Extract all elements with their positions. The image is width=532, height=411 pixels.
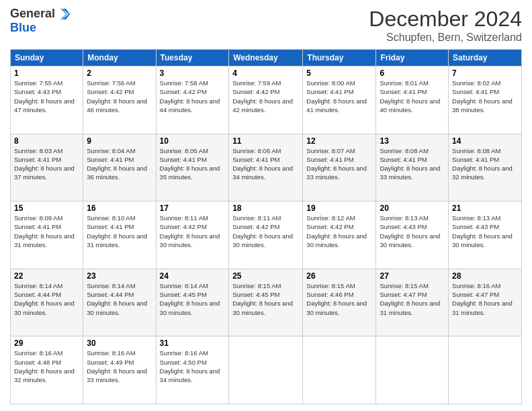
day-info: Sunrise: 7:55 AMSunset: 4:43 PMDaylight:… [14,79,79,114]
table-row: 15 Sunrise: 8:09 AMSunset: 4:41 PMDaylig… [11,201,83,269]
day-number: 3 [160,68,226,78]
table-row [303,336,376,404]
day-number: 19 [306,203,372,213]
table-row: 25 Sunrise: 8:15 AMSunset: 4:45 PMDaylig… [229,269,303,336]
col-friday: Friday [376,50,449,66]
day-info: Sunrise: 8:16 AMSunset: 4:49 PMDaylight:… [87,349,152,384]
col-saturday: Saturday [449,50,522,66]
day-number: 24 [160,271,226,281]
table-row: 2 Sunrise: 7:56 AMSunset: 4:42 PMDayligh… [83,66,156,134]
day-number: 7 [452,68,518,78]
day-number: 8 [14,136,79,146]
location-subtitle: Schupfen, Bern, Switzerland [369,32,522,44]
table-row: 20 Sunrise: 8:13 AMSunset: 4:43 PMDaylig… [376,201,449,269]
table-row [376,336,449,404]
table-row: 21 Sunrise: 8:13 AMSunset: 4:43 PMDaylig… [449,201,522,269]
calendar-week-row: 29 Sunrise: 8:16 AMSunset: 4:48 PMDaylig… [11,336,522,404]
table-row: 6 Sunrise: 8:01 AMSunset: 4:41 PMDayligh… [376,66,449,134]
day-info: Sunrise: 8:15 AMSunset: 4:45 PMDaylight:… [232,281,299,317]
day-number: 20 [380,203,445,213]
day-number: 22 [14,271,79,281]
day-number: 28 [452,271,518,281]
day-info: Sunrise: 8:06 AMSunset: 4:41 PMDaylight:… [232,146,299,182]
day-info: Sunrise: 8:09 AMSunset: 4:41 PMDaylight:… [14,214,79,249]
day-number: 9 [87,136,152,146]
day-number: 1 [14,68,79,78]
table-row: 28 Sunrise: 8:16 AMSunset: 4:47 PMDaylig… [449,269,522,336]
col-sunday: Sunday [11,50,83,66]
day-number: 10 [160,136,226,146]
calendar-table: Sunday Monday Tuesday Wednesday Thursday… [10,49,522,404]
day-number: 29 [14,338,79,348]
day-number: 25 [232,271,299,281]
logo-icon [56,7,70,21]
calendar-week-row: 22 Sunrise: 8:14 AMSunset: 4:44 PMDaylig… [11,269,522,336]
table-row: 16 Sunrise: 8:10 AMSunset: 4:41 PMDaylig… [83,201,156,269]
day-number: 15 [14,203,79,213]
table-row: 1 Sunrise: 7:55 AMSunset: 4:43 PMDayligh… [11,66,83,134]
table-row: 27 Sunrise: 8:15 AMSunset: 4:47 PMDaylig… [376,269,449,336]
table-row: 8 Sunrise: 8:03 AMSunset: 4:41 PMDayligh… [11,134,83,201]
table-row: 30 Sunrise: 8:16 AMSunset: 4:49 PMDaylig… [83,336,156,404]
day-info: Sunrise: 8:11 AMSunset: 4:42 PMDaylight:… [160,214,226,249]
logo: General Blue [10,7,70,35]
table-row: 7 Sunrise: 8:02 AMSunset: 4:41 PMDayligh… [449,66,522,134]
day-number: 30 [87,338,152,348]
calendar-week-row: 8 Sunrise: 8:03 AMSunset: 4:41 PMDayligh… [11,134,522,201]
day-info: Sunrise: 8:13 AMSunset: 4:43 PMDaylight:… [380,214,445,249]
table-row: 5 Sunrise: 8:00 AMSunset: 4:41 PMDayligh… [303,66,376,134]
table-row: 19 Sunrise: 8:12 AMSunset: 4:42 PMDaylig… [303,201,376,269]
col-monday: Monday [83,50,156,66]
day-info: Sunrise: 8:10 AMSunset: 4:41 PMDaylight:… [87,214,152,249]
logo-general: General [10,7,55,21]
calendar-header-row: Sunday Monday Tuesday Wednesday Thursday… [11,50,522,66]
table-row: 14 Sunrise: 8:08 AMSunset: 4:41 PMDaylig… [449,134,522,201]
day-number: 23 [87,271,152,281]
day-info: Sunrise: 8:11 AMSunset: 4:42 PMDaylight:… [232,214,299,249]
month-title: December 2024 [369,7,522,32]
day-info: Sunrise: 8:07 AMSunset: 4:41 PMDaylight:… [306,146,372,182]
table-row: 12 Sunrise: 8:07 AMSunset: 4:41 PMDaylig… [303,134,376,201]
day-number: 12 [306,136,372,146]
col-wednesday: Wednesday [229,50,303,66]
table-row: 23 Sunrise: 8:14 AMSunset: 4:44 PMDaylig… [83,269,156,336]
day-number: 18 [232,203,299,213]
day-info: Sunrise: 8:16 AMSunset: 4:50 PMDaylight:… [160,349,226,384]
day-number: 6 [380,68,445,78]
day-info: Sunrise: 8:15 AMSunset: 4:47 PMDaylight:… [380,281,445,317]
day-number: 17 [160,203,226,213]
day-info: Sunrise: 8:08 AMSunset: 4:41 PMDaylight:… [452,146,518,182]
day-info: Sunrise: 8:05 AMSunset: 4:41 PMDaylight:… [160,146,226,182]
day-number: 2 [87,68,152,78]
calendar-week-row: 1 Sunrise: 7:55 AMSunset: 4:43 PMDayligh… [11,66,522,134]
day-info: Sunrise: 8:14 AMSunset: 4:44 PMDaylight:… [87,281,152,317]
table-row: 17 Sunrise: 8:11 AMSunset: 4:42 PMDaylig… [156,201,229,269]
day-info: Sunrise: 8:12 AMSunset: 4:42 PMDaylight:… [306,214,372,249]
table-row [449,336,522,404]
table-row: 18 Sunrise: 8:11 AMSunset: 4:42 PMDaylig… [229,201,303,269]
table-row: 26 Sunrise: 8:15 AMSunset: 4:46 PMDaylig… [303,269,376,336]
day-number: 26 [306,271,372,281]
day-number: 16 [87,203,152,213]
table-row: 4 Sunrise: 7:59 AMSunset: 4:42 PMDayligh… [229,66,303,134]
day-info: Sunrise: 7:56 AMSunset: 4:42 PMDaylight:… [87,79,152,114]
day-info: Sunrise: 7:58 AMSunset: 4:42 PMDaylight:… [160,79,226,114]
day-info: Sunrise: 8:00 AMSunset: 4:41 PMDaylight:… [306,79,372,114]
day-info: Sunrise: 8:01 AMSunset: 4:41 PMDaylight:… [380,79,445,114]
table-row: 29 Sunrise: 8:16 AMSunset: 4:48 PMDaylig… [11,336,83,404]
calendar-week-row: 15 Sunrise: 8:09 AMSunset: 4:41 PMDaylig… [11,201,522,269]
col-tuesday: Tuesday [156,50,229,66]
day-info: Sunrise: 8:15 AMSunset: 4:46 PMDaylight:… [306,281,372,317]
logo-blue: Blue [10,21,36,35]
day-number: 4 [232,68,299,78]
title-block: December 2024 Schupfen, Bern, Switzerlan… [369,7,522,44]
day-info: Sunrise: 8:14 AMSunset: 4:44 PMDaylight:… [14,281,79,317]
day-number: 27 [380,271,445,281]
table-row: 3 Sunrise: 7:58 AMSunset: 4:42 PMDayligh… [156,66,229,134]
col-thursday: Thursday [303,50,376,66]
page: General Blue December 2024 Schupfen, Ber… [0,0,532,411]
day-info: Sunrise: 7:59 AMSunset: 4:42 PMDaylight:… [232,79,299,114]
table-row: 11 Sunrise: 8:06 AMSunset: 4:41 PMDaylig… [229,134,303,201]
table-row: 22 Sunrise: 8:14 AMSunset: 4:44 PMDaylig… [11,269,83,336]
table-row: 10 Sunrise: 8:05 AMSunset: 4:41 PMDaylig… [156,134,229,201]
